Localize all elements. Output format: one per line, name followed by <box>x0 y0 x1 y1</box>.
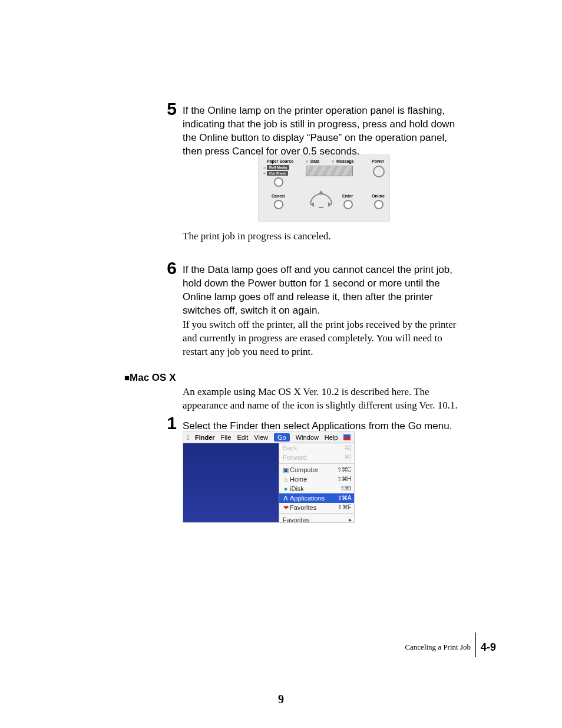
section-intro: An example using Mac OS X Ver. 10.2 is d… <box>183 386 465 413</box>
menu-go[interactable]: Go <box>274 433 290 442</box>
label-cut-sheet: Cut Sheet <box>267 171 288 176</box>
menu-window[interactable]: Window <box>296 434 319 441</box>
go-menu-dropdown: Back⌘[ Forward⌘] ▣Computer⇧⌘C ⌂Home⇧⌘H ●… <box>279 443 355 523</box>
step-5-number: 5 <box>157 100 177 118</box>
home-icon: ⌂ <box>283 475 289 483</box>
step-6-text: If the Data lamp goes off and you cannot… <box>183 259 469 318</box>
section-title: Mac OS X <box>130 372 176 383</box>
computer-icon: ▣ <box>283 466 289 474</box>
idisk-icon: ● <box>283 485 289 493</box>
menu-item-computer[interactable]: ▣Computer⇧⌘C <box>279 465 355 475</box>
menu-help[interactable]: Help <box>325 434 338 441</box>
menu-file[interactable]: File <box>221 434 232 441</box>
label-online: Online <box>372 194 385 198</box>
menu-item-back: Back⌘[ <box>279 443 355 453</box>
step-5-text: If the Online lamp on the printer operat… <box>183 100 469 159</box>
bullet-icon: ■ <box>124 373 130 383</box>
menu-edit[interactable]: Edit <box>237 434 248 441</box>
footer-section-title: Canceling a Print Job <box>405 643 475 652</box>
menu-item-applications[interactable]: AApplications⇧⌘A <box>279 493 355 503</box>
flag-icon[interactable] <box>343 434 351 440</box>
printer-panel-illustration: Paper Source Roll Media Cut Sheet Data M… <box>258 154 390 222</box>
step-6-number: 6 <box>157 259 177 277</box>
dial-icon <box>308 187 334 208</box>
menu-item-home[interactable]: ⌂Home⇧⌘H <box>279 475 355 484</box>
label-roll-media: Roll Media <box>267 165 289 170</box>
step-6-note: If you switch off the printer, all the p… <box>183 318 465 359</box>
label-cancel: Cancel <box>272 194 285 198</box>
step-1-text: Select the Finder then select Applicatio… <box>183 414 452 433</box>
label-power: Power <box>372 159 384 163</box>
step-1-number: 1 <box>157 414 177 432</box>
footer-page-number: 4-9 <box>481 641 496 654</box>
label-data: Data <box>310 159 319 163</box>
label-paper-source: Paper Source <box>267 159 293 163</box>
mac-screenshot:  Finder File Edit View Go Window Help B… <box>183 431 355 523</box>
label-message: Message <box>336 159 354 163</box>
label-enter: Enter <box>342 194 353 198</box>
step-5-result: The print job in progress is canceled. <box>183 230 465 243</box>
menu-finder[interactable]: Finder <box>195 434 215 441</box>
svg-rect-0 <box>319 207 323 208</box>
apple-menu-icon[interactable]:  <box>187 434 189 441</box>
menu-item-favorites[interactable]: ❤Favorites⇧⌘F <box>279 503 355 512</box>
footer-divider <box>475 633 476 657</box>
menu-item-favorites-submenu[interactable]: Favorites▸ <box>279 515 355 523</box>
page-number-bottom: 9 <box>0 693 562 706</box>
menu-item-forward: Forward⌘] <box>279 453 355 462</box>
menu-view[interactable]: View <box>254 434 268 441</box>
favorites-icon: ❤ <box>283 503 289 512</box>
submenu-arrow-icon: ▸ <box>349 516 352 523</box>
menu-item-idisk[interactable]: ●iDisk⇧⌘I <box>279 484 355 493</box>
applications-icon: A <box>283 494 289 502</box>
